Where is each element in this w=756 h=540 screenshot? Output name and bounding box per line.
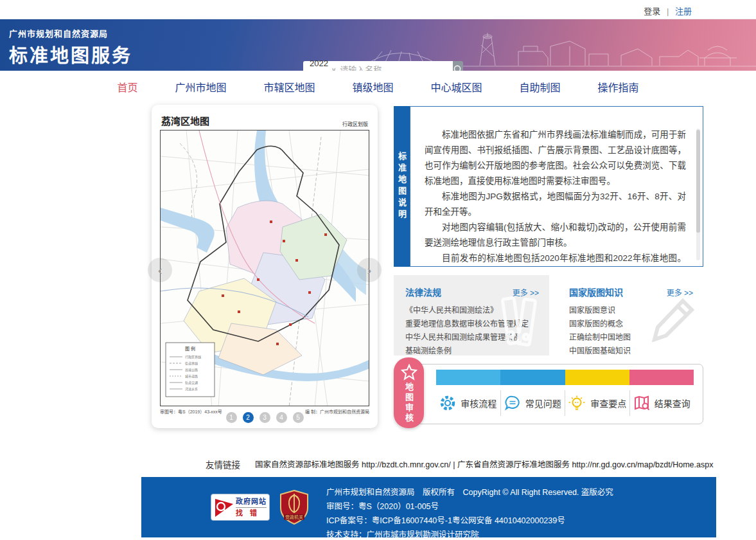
map-review-section: 地图审核 审核流程 [394, 357, 703, 429]
login-link[interactable]: 登录 [644, 6, 660, 16]
svg-text:行政区界线: 行政区界线 [185, 355, 201, 359]
svg-text:轨道交通: 轨道交通 [185, 381, 198, 385]
auth-divider: | [667, 6, 669, 16]
review-bar-segment [565, 370, 629, 385]
map-description-panel: 标准地图说明 标准地图依据广东省和广州市界线画法标准编制而成，可用于新闻宣传用图… [394, 106, 703, 267]
description-side-label: 标准地图说明 [394, 106, 410, 267]
carousel-prev-button[interactable]: ‹ [148, 258, 172, 282]
review-bar-segment [500, 370, 565, 385]
nav-item-2[interactable]: 市辖区地图 [263, 79, 315, 94]
review-bar-segment [436, 370, 500, 385]
site-header: 广州市规划和自然资源局 标准地图服务 2022年 ∨ [0, 19, 756, 71]
map-review-tab[interactable]: 地图审核 [394, 357, 424, 428]
map-image[interactable]: 图 例 行政区界线街道界线 高速公路城市道路 轨道交通河流水系 [160, 130, 369, 406]
nav-item-4[interactable]: 中心城区图 [431, 79, 482, 94]
friend-links-label: 友情链接 [206, 458, 240, 471]
footer-map-approval: 审图号：粤S（2020）01-005号 [326, 500, 613, 514]
district-map-illustration: 图 例 行政区界线街道界线 高速公路城市道路 轨道交通河流水系 [161, 130, 369, 406]
nav-item-0[interactable]: 首页 [117, 79, 137, 94]
review-item-faq[interactable]: 常见问题 [500, 390, 565, 416]
friend-link-mnr[interactable]: 国家自然资源部标准地图服务 http://bzdt.ch.mnr.gov.cn/ [255, 460, 451, 469]
footer-text-block: 广州市规划和自然资源局 版权所有 CopyRight © All Right R… [326, 485, 613, 540]
page-dot-2[interactable]: 3 [259, 412, 270, 423]
books-icon [494, 293, 544, 348]
knowledge-panel-title: 国家版图知识 [569, 285, 623, 298]
register-link[interactable]: 注册 [675, 6, 692, 16]
site-title: 标准地图服务 [9, 40, 132, 68]
map-title: 荔湾区地图 [161, 114, 209, 127]
error-report-badge-line2: 找 错 [236, 508, 267, 517]
svg-text:图 例: 图 例 [185, 346, 195, 352]
page-dot-3[interactable]: 4 [276, 412, 287, 423]
map-edition-label: 行政区划版 [342, 120, 368, 127]
footer-badges: 政府网站 找 错 党政机关 [211, 490, 310, 525]
star-icon [401, 364, 418, 381]
review-item-keypoints[interactable]: 审查要点 [565, 390, 629, 416]
review-item-label: 结果查询 [655, 397, 690, 410]
svg-text:街道界线: 街道界线 [185, 361, 198, 366]
org-name: 广州市规划和自然资源局 [9, 27, 132, 39]
info-panels-row: 法律法规 更多 >> 《中华人民共和国测绘法》 重要地理信息数据审核公布管理规定… [394, 275, 703, 356]
page-dot-0[interactable]: 1 [226, 412, 237, 423]
review-items-row: 审核流程 常见问题 [436, 385, 694, 421]
legal-panel: 法律法规 更多 >> 《中华人民共和国测绘法》 重要地理信息数据审核公布管理规定… [394, 275, 549, 356]
description-text-area[interactable]: 标准地图依据广东省和广州市界线画法标准编制而成，可用于新闻宣传用图、书刊报纸插图… [410, 106, 703, 267]
top-bar: 登录 | 注册 [0, 0, 756, 19]
party-gov-shield-badge[interactable]: 党政机关 [279, 490, 310, 525]
map-carousel-card: 荔湾区地图 行政区划版 [152, 105, 378, 428]
review-color-bar [436, 370, 694, 385]
review-item-results[interactable]: 结果查询 [629, 390, 694, 416]
description-paragraph: 对地图内容编辑(包括放大、缩小和裁切)改动的，公开使用前需要送测绘地理信息行政主… [425, 220, 686, 251]
map-title-row: 荔湾区地图 行政区划版 [160, 113, 369, 130]
description-paragraph: 目前发布的标准地图包括2020年标准地图和2022年标准地图。其中2020年标准… [425, 251, 686, 267]
description-side-label-text: 标准地图说明 [396, 152, 408, 221]
error-report-badge-text: 政府网站 找 错 [236, 498, 267, 517]
review-item-label: 审核流程 [461, 397, 497, 410]
map-review-tab-label: 地图审核 [403, 382, 415, 424]
review-item-label: 审查要点 [590, 397, 626, 410]
auth-links: 登录 | 注册 [644, 4, 692, 17]
main-nav: 首页 广州市地图 市辖区地图 镇级地图 中心城区图 自助制图 操作指南 [0, 71, 756, 103]
review-bar-segment [629, 370, 694, 385]
shield-badge-text: 党政机关 [285, 514, 303, 520]
svg-text:河流水系: 河流水系 [185, 387, 198, 392]
friend-links-text: 国家自然资源部标准地图服务 http://bzdt.ch.mnr.gov.cn/… [255, 458, 713, 470]
shield-icon: 党政机关 [279, 490, 310, 525]
nav-item-3[interactable]: 镇级地图 [352, 79, 393, 94]
nav-item-1[interactable]: 广州市地图 [175, 79, 226, 94]
description-paragraph: 标准地图依据广东省和广州市界线画法标准编制而成，可用于新闻宣传用图、书刊报纸插图… [425, 127, 686, 189]
description-scrollbar-thumb[interactable] [696, 130, 700, 233]
page-dot-1[interactable]: 2 [243, 412, 254, 423]
description-paragraph: 标准地图为JPG数据格式，地图幅面分为32开、16开、8开、对开和全开等。 [425, 189, 686, 220]
gear-icon [439, 395, 456, 411]
review-item-label: 常见问题 [525, 397, 561, 410]
page-footer: 政府网站 找 错 党政机关 广州市规划和自然资源局 版权所有 CopyRight… [141, 477, 716, 537]
footer-icp: ICP备案号：粤ICP备16007440号-1粤公网安备 44010402000… [326, 514, 613, 528]
error-report-magnifier-icon [214, 498, 236, 518]
main-content: 荔湾区地图 行政区划版 [0, 103, 756, 453]
friend-links-divider: | [453, 460, 455, 469]
site-logo: 广州市规划和自然资源局 标准地图服务 [9, 27, 132, 68]
knowledge-panel: 国家版图知识 更多 >> 国家版图意识 国家版图的概念 正确绘制中国地图 中国版… [558, 275, 703, 356]
carousel-next-button[interactable]: › [357, 258, 382, 282]
gov-site-error-report-badge[interactable]: 政府网站 找 错 [211, 494, 270, 521]
svg-text:城市道路: 城市道路 [185, 374, 198, 379]
chat-bubble-icon [504, 395, 521, 411]
carousel-pagination: 1 2 3 4 5 [152, 412, 378, 423]
friend-link-gd[interactable]: 广东省自然资源厅标准地图服务 http://nr.gd.gov.cn/map/b… [457, 460, 714, 469]
description-scrollbar[interactable] [696, 129, 700, 260]
nav-item-6[interactable]: 操作指南 [598, 79, 639, 94]
legal-panel-title: 法律法规 [405, 285, 441, 298]
footer-tech-support: 技术支持：广州市城市规划勘测设计研究院 [326, 528, 613, 540]
map-search-icon [633, 395, 650, 411]
review-item-process[interactable]: 审核流程 [436, 390, 500, 416]
svg-text:高速公路: 高速公路 [185, 368, 198, 372]
lightbulb-icon [568, 395, 586, 411]
page: 登录 | 注册 广州市规划和自然资源局 标准地图服务 2022年 ∨ [0, 0, 756, 540]
pencil-icon [647, 293, 698, 348]
map-review-panel: 审核流程 常见问题 [416, 364, 703, 424]
footer-copyright: 广州市规划和自然资源局 版权所有 CopyRight © All Right R… [326, 485, 613, 500]
error-report-badge-line1: 政府网站 [236, 498, 267, 508]
page-dot-4[interactable]: 5 [293, 412, 304, 423]
nav-item-5[interactable]: 自助制图 [520, 79, 561, 94]
